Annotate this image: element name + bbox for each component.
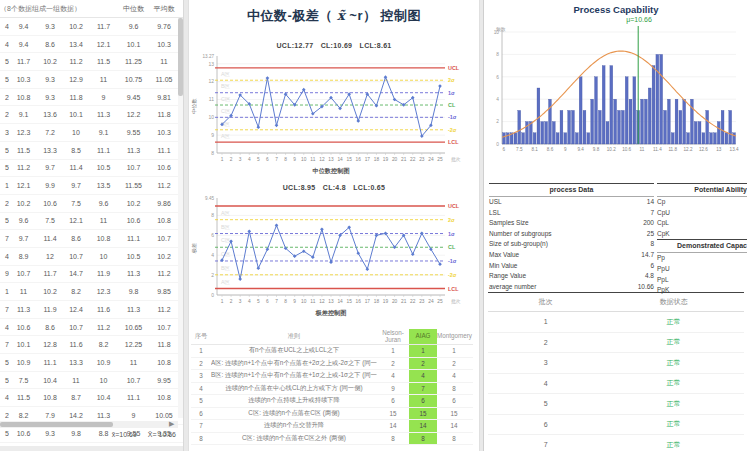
table-row[interactable]: 711.311.912.411.611.311.2 — [0, 301, 183, 319]
bottom-strip — [0, 446, 183, 451]
rule-aiag-value: 4 — [409, 370, 437, 382]
table-row[interactable]: 312.37.2109.19.5510.3 — [0, 124, 183, 142]
batch-status-row: 3正常 — [488, 353, 744, 374]
control-chart-panel: 中位数-极差（ x̃ ~r） 控制图 UCL:12.77 CL:10.69 LC… — [188, 0, 480, 451]
process-data-row: Max Value14.7 — [489, 250, 654, 261]
table-row[interactable]: 210.89.311.899.459.81 — [0, 89, 183, 107]
table-cell: 13.5 — [90, 182, 117, 189]
table-row[interactable]: 710.112.811.68.212.2511.8 — [0, 336, 183, 354]
table-cell: 10.6 — [38, 200, 62, 207]
table-cell: 11.3 — [117, 147, 150, 154]
table-cell: 9.95 — [150, 377, 178, 384]
table-cell: 8.7 — [62, 394, 90, 401]
table-cell: 9.4 — [9, 23, 38, 30]
svg-text:8: 8 — [284, 299, 287, 304]
table-cell: 2 — [0, 412, 9, 419]
table-cell: 9.6 — [117, 23, 150, 30]
svg-text:A区: A区 — [221, 279, 231, 285]
table-row[interactable]: 11110.28.212.39.89.85 — [0, 283, 183, 301]
table-row[interactable]: 510.911.113.310.91110.8 — [0, 354, 183, 372]
table-row[interactable]: 59.67.512.11110.610.8 — [0, 213, 183, 231]
rule-montgomery-value: 14 — [437, 422, 471, 429]
range-control-chart[interactable]: 864209.451234567891011121314151617181920… — [189, 193, 479, 321]
histogram-title: Process Capability — [484, 4, 747, 15]
process-data-label: Max Value — [489, 250, 519, 261]
table-row[interactable]: 48.91210.71010.510.2 — [0, 248, 183, 266]
table-row[interactable]: 511.513.38.511.111.311.1 — [0, 142, 183, 160]
table-row[interactable]: 79.711.48.610.811.110.7 — [0, 230, 183, 248]
rules-table-row: 3B区: 连续的n+1个点中有n个点落在+1σ之上或-1σ之下 (同一侧)444 — [191, 370, 473, 383]
table-row[interactable]: 49.48.613.412.110.110.3 — [0, 36, 183, 54]
rule-montgomery-value: 2 — [437, 360, 471, 367]
table-cell: 7.5 — [62, 200, 90, 207]
potential-rows: CpCpUCpLCpK — [657, 197, 747, 239]
median-chart-limits: UCL:12.77 CL:10.69 LCL:8.61 — [189, 41, 479, 51]
svg-text:B区: B区 — [221, 83, 231, 89]
svg-text:25: 25 — [437, 299, 443, 304]
process-data-value: 14 — [647, 197, 654, 208]
vertical-scrollbar-thumb[interactable] — [178, 18, 183, 96]
table-cell: 11.2 — [150, 270, 178, 277]
table-row[interactable]: 49.49.310.211.79.69.76 — [0, 18, 183, 36]
table-row[interactable]: 57.510.4111010.79.95 — [0, 372, 183, 390]
rule-nelson-value: 14 — [377, 422, 409, 429]
process-data-rows: USL14LSL7Samples Size200Number of subgro… — [489, 197, 654, 292]
table-cell: 10.7 — [117, 164, 150, 171]
process-capability-histogram[interactable]: 1086420频数67.58.18.699.49.810.210.61111.4… — [484, 26, 747, 158]
table-row[interactable]: 210.210.67.59.610.29.86 — [0, 195, 183, 213]
table-row[interactable]: 511.29.711.410.510.710.6 — [0, 160, 183, 178]
table-row[interactable]: 910.711.714.711.911.311.2 — [0, 266, 183, 284]
svg-text:批次: 批次 — [451, 156, 461, 163]
table-cell: 9.3 — [38, 23, 62, 30]
table-cell: 9.1 — [90, 129, 117, 136]
rules-table-row: 1有n个点落在UCL之上或LCL之下111 — [191, 345, 473, 358]
process-data-table: process Data USL14LSL7Samples Size200Num… — [489, 183, 654, 292]
table-cell: 10.7 — [150, 235, 178, 242]
process-data-value: 8 — [650, 239, 654, 250]
svg-text:10: 10 — [301, 299, 307, 304]
rule-nelson-value: 6 — [377, 397, 409, 404]
horizontal-scrollbar[interactable] — [0, 421, 178, 428]
table-row[interactable]: 511.710.211.211.511.2511 — [0, 53, 183, 71]
svg-text:C区: C区 — [221, 237, 231, 243]
scroll-right-arrow-icon[interactable]: ▶ — [169, 419, 174, 429]
rule-text: 连续的n个点落在中心线CL的上方或下方 (同一侧) — [211, 384, 377, 393]
rules-col-nelson: Nelson-Juran — [377, 330, 409, 344]
table-row[interactable]: 411.510.88.710.411.110.8 — [0, 389, 183, 407]
table-cell: 10.5 — [90, 164, 117, 171]
process-data-value: 7 — [650, 208, 654, 219]
rules-col-aiag: AIAG — [409, 329, 437, 344]
table-row[interactable]: 410.68.610.711.210.6510.7 — [0, 319, 183, 337]
raw-data-table-header: （8个数据组成一组数据） 中位数 平均数 — [0, 0, 183, 18]
process-data-row: USL14 — [489, 197, 654, 208]
table-cell: 11.2 — [150, 306, 178, 313]
table-row[interactable]: 510.39.312.91110.7511.05 — [0, 71, 183, 89]
horizontal-scrollbar-thumb[interactable] — [0, 422, 113, 427]
table-row[interactable]: 29.113.610.111.312.211.8 — [0, 106, 183, 124]
table-row[interactable]: 112.19.99.713.511.5511.2 — [0, 177, 183, 195]
table-cell: 5 — [0, 58, 9, 65]
rule-text: C区: 连续的n个点落在C区 (两侧) — [211, 409, 377, 418]
table-cell: 10.8 — [150, 359, 178, 366]
svg-text:8: 8 — [284, 157, 287, 162]
batch-number: 4 — [488, 380, 603, 387]
median-control-chart[interactable]: 131211109813.271234567891011121314151617… — [189, 51, 479, 179]
process-data-label: LSL — [489, 208, 501, 219]
table-cell: 1 — [0, 288, 9, 295]
table-cell: 11.1 — [117, 394, 150, 401]
svg-text:11: 11 — [640, 147, 645, 152]
svg-text:22: 22 — [410, 157, 416, 162]
svg-text:8: 8 — [496, 52, 499, 57]
svg-text:4: 4 — [496, 97, 499, 102]
svg-text:B区: B区 — [221, 265, 231, 271]
table-cell: 14.2 — [62, 412, 90, 419]
svg-text:UCL: UCL — [448, 65, 460, 71]
svg-text:4: 4 — [248, 157, 251, 162]
table-cell: 12.8 — [38, 341, 62, 348]
vertical-scrollbar[interactable] — [178, 18, 183, 418]
table-cell: 11 — [9, 288, 38, 295]
svg-text:16: 16 — [356, 157, 362, 162]
rule-nelson-value: 15 — [377, 410, 409, 417]
table-cell: 4 — [0, 41, 9, 48]
svg-text:12.6: 12.6 — [699, 147, 708, 152]
